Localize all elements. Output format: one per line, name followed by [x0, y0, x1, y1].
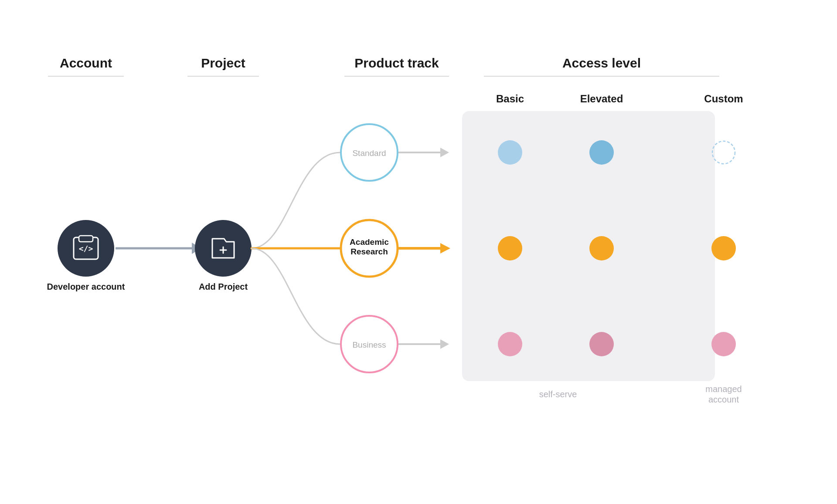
sub-header-custom: Custom	[704, 93, 743, 105]
academic-custom-dot	[711, 236, 736, 260]
header-account: Account	[60, 56, 112, 70]
business-elevated-dot	[589, 332, 614, 356]
standard-arrow-head	[440, 148, 449, 157]
sub-header-elevated: Elevated	[580, 93, 623, 105]
sub-header-basic: Basic	[496, 93, 524, 105]
diagram-container: Account Project Product track Access lev…	[0, 0, 837, 504]
business-custom-dot	[711, 332, 736, 356]
header-product-track: Product track	[354, 56, 439, 70]
standard-basic-dot	[498, 140, 522, 165]
business-label: Business	[352, 340, 386, 349]
academic-label-line2: Research	[350, 247, 388, 256]
branch-to-business	[252, 248, 340, 344]
standard-custom-dot	[712, 141, 735, 164]
developer-label: Developer account	[47, 282, 125, 291]
managed-account-label-line1: managed	[705, 384, 742, 394]
standard-elevated-dot	[589, 140, 614, 165]
academic-basic-dot	[498, 236, 522, 260]
header-access-level: Access level	[562, 56, 641, 70]
standard-label: Standard	[352, 149, 386, 158]
header-project: Project	[201, 56, 245, 70]
diagram-svg: Account Project Product track Access lev…	[0, 0, 837, 504]
academic-elevated-dot	[589, 236, 614, 260]
academic-arrow-head	[440, 243, 450, 254]
business-basic-dot	[498, 332, 522, 356]
branch-to-standard	[252, 152, 340, 248]
self-serve-label: self-serve	[539, 389, 577, 399]
academic-label-line1: Academic	[350, 237, 389, 247]
dev-code-icon: </>	[79, 244, 93, 253]
business-arrow-head	[440, 339, 449, 349]
project-label: Add Project	[199, 282, 248, 291]
dev-badge-clip	[79, 236, 93, 242]
managed-account-label-line2: account	[708, 395, 739, 404]
